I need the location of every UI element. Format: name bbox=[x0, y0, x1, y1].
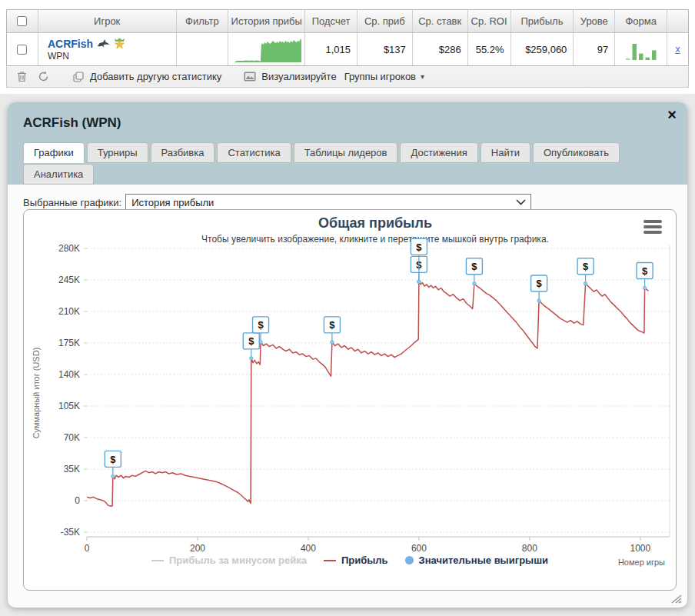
tab-breakdown[interactable]: Разбивка bbox=[151, 142, 215, 163]
profit-chart[interactable]: -35K035K70K105K140K175K210K245K280K02004… bbox=[24, 210, 676, 590]
profit-history-sparkline[interactable] bbox=[228, 33, 304, 65]
col-avg-stake[interactable]: Ср. ставк bbox=[412, 10, 467, 32]
chart-card: Общая прибыль Чтобы увеличить изображени… bbox=[23, 209, 677, 591]
player-name-link[interactable]: ACRFish bbox=[48, 38, 93, 50]
chart-select[interactable]: История прибыли bbox=[125, 194, 531, 211]
svg-text:$: $ bbox=[416, 241, 422, 253]
tab-charts[interactable]: Графики bbox=[23, 142, 85, 163]
form-minichart bbox=[614, 33, 667, 65]
avg-stake-value: $286 bbox=[412, 33, 467, 65]
tab-leaderboards[interactable]: Таблицы лидеров bbox=[294, 142, 398, 163]
svg-text:210K: 210K bbox=[58, 306, 80, 317]
level-value: 97 bbox=[573, 33, 614, 65]
chart-legend: Прибыль за минусом рейка Прибыль Значите… bbox=[81, 554, 619, 566]
svg-text:-35K: -35K bbox=[61, 527, 80, 538]
shark-icon bbox=[97, 38, 110, 49]
player-detail-panel: ACRFish (WPN) × Графики Турниры Разбивка… bbox=[8, 102, 687, 608]
gray-line-swatch bbox=[151, 560, 164, 561]
svg-text:200: 200 bbox=[190, 543, 205, 554]
refresh-icon[interactable] bbox=[36, 70, 50, 84]
tabs-row-2: Аналитика bbox=[23, 164, 94, 185]
svg-text:$: $ bbox=[258, 319, 264, 331]
svg-text:105K: 105K bbox=[58, 401, 80, 411]
tab-find[interactable]: Найти bbox=[481, 142, 530, 163]
selected-charts-label: Выбранные графики: bbox=[23, 197, 121, 208]
chevron-down-icon bbox=[516, 199, 526, 205]
trash-icon[interactable] bbox=[15, 70, 28, 84]
tab-tournaments[interactable]: Турниры bbox=[87, 142, 148, 163]
tab-analytics[interactable]: Аналитика bbox=[23, 164, 94, 185]
table-row: ACRFish WPN 1,015 $137 $286 55.2% $259,0… bbox=[7, 33, 688, 65]
image-icon bbox=[243, 70, 257, 84]
tab-publish[interactable]: Опубликовать bbox=[533, 142, 620, 163]
svg-text:$: $ bbox=[110, 454, 116, 465]
caret-down-icon: ▾ bbox=[421, 72, 424, 81]
legend-profit-minus-rake[interactable]: Прибыль за минусом рейка bbox=[151, 554, 307, 566]
col-player[interactable]: Игрок bbox=[38, 10, 176, 32]
star-badge-icon bbox=[114, 38, 125, 49]
svg-text:$: $ bbox=[583, 261, 589, 272]
player-network: WPN bbox=[48, 51, 69, 62]
svg-text:$: $ bbox=[642, 265, 648, 277]
svg-text:245K: 245K bbox=[58, 275, 80, 285]
col-profit[interactable]: Прибыль bbox=[510, 10, 574, 32]
blue-dot-swatch bbox=[405, 556, 414, 564]
x-axis-title: Номер игры bbox=[618, 558, 665, 567]
remove-row-link[interactable]: x bbox=[676, 44, 680, 55]
copy-plus-icon bbox=[71, 70, 85, 84]
col-filter[interactable]: Фильтр bbox=[176, 10, 228, 32]
svg-text:$: $ bbox=[329, 319, 335, 331]
svg-text:0: 0 bbox=[85, 543, 90, 554]
panel-title: ACRFish (WPN) bbox=[23, 115, 121, 131]
col-profit-history[interactable]: История прибы bbox=[228, 10, 304, 32]
red-line-swatch bbox=[324, 560, 336, 561]
svg-text:$: $ bbox=[536, 278, 542, 289]
count-value: 1,015 bbox=[304, 33, 357, 65]
svg-text:$: $ bbox=[248, 335, 254, 347]
tab-statistics[interactable]: Статистика bbox=[217, 142, 291, 163]
player-groups-dropdown[interactable]: Группы игроков ▾ bbox=[344, 71, 424, 82]
profit-value: $259,060 bbox=[510, 33, 574, 65]
svg-text:175K: 175K bbox=[58, 338, 80, 348]
legend-significant-wins[interactable]: Значительные выигрыши bbox=[405, 554, 548, 566]
col-avg-profit[interactable]: Ср. приб bbox=[357, 10, 412, 32]
select-all-checkbox[interactable] bbox=[17, 16, 27, 26]
table-toolbar: Добавить другую статистику Визуализируйт… bbox=[6, 66, 689, 88]
close-icon[interactable]: × bbox=[667, 107, 677, 122]
player-stats-table: Игрок Фильтр История прибы Подсчет Ср. п… bbox=[6, 9, 689, 66]
tab-achievements[interactable]: Достижения bbox=[400, 142, 477, 163]
svg-text:$: $ bbox=[471, 261, 477, 272]
svg-text:0: 0 bbox=[75, 495, 80, 506]
add-statistic-button[interactable]: Добавить другую статистику bbox=[71, 70, 221, 84]
svg-text:280K: 280K bbox=[58, 243, 80, 254]
avg-roi-value: 55.2% bbox=[467, 33, 510, 65]
svg-text:70K: 70K bbox=[64, 432, 80, 443]
svg-text:800: 800 bbox=[522, 543, 537, 554]
col-form[interactable]: Форма bbox=[614, 10, 667, 32]
resize-grip[interactable] bbox=[670, 594, 683, 604]
svg-text:140K: 140K bbox=[58, 369, 80, 380]
visualize-button[interactable]: Визуализируйте bbox=[243, 70, 336, 84]
tabs-row-1: Графики Турниры Разбивка Статистика Табл… bbox=[23, 142, 620, 163]
svg-text:35K: 35K bbox=[64, 464, 80, 474]
legend-profit[interactable]: Прибыль bbox=[324, 554, 388, 566]
svg-text:600: 600 bbox=[411, 543, 427, 554]
avg-profit-value: $137 bbox=[357, 33, 412, 65]
col-level[interactable]: Урове bbox=[573, 10, 614, 32]
top-section: Игрок Фильтр История прибы Подсчет Ср. п… bbox=[0, 0, 695, 94]
table-header-row: Игрок Фильтр История прибы Подсчет Ср. п… bbox=[7, 10, 688, 33]
col-avg-roi[interactable]: Ср. ROI bbox=[467, 10, 510, 32]
row-checkbox[interactable] bbox=[17, 45, 27, 55]
filter-cell[interactable] bbox=[176, 33, 228, 65]
svg-text:400: 400 bbox=[301, 543, 316, 554]
svg-text:1000: 1000 bbox=[630, 543, 650, 554]
col-count[interactable]: Подсчет bbox=[304, 10, 357, 32]
